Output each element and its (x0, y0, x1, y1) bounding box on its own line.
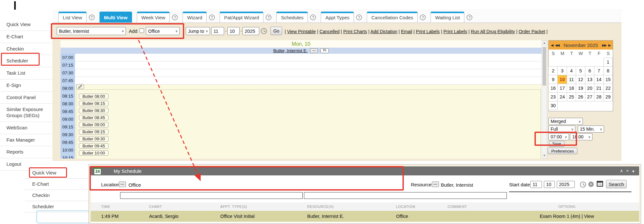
help-icon[interactable]: ? (266, 14, 271, 20)
calendar-date-13[interactable]: 13 (585, 75, 594, 84)
appointment-chip[interactable]: Butler 09:15 (79, 129, 109, 135)
link-add-dictation-3[interactable]: Add Dictation (370, 29, 397, 34)
appointment-chip[interactable]: Butler 08:15 (79, 101, 109, 106)
appointment-chip[interactable]: Butler 09:45 (79, 143, 109, 149)
calendar-date-21[interactable]: 21 (594, 84, 603, 93)
time-slot[interactable] (75, 69, 542, 77)
link-email-4[interactable]: Email (401, 29, 412, 34)
help-icon[interactable]: ? (310, 14, 316, 20)
calendar-date-5[interactable]: 5 (576, 66, 585, 75)
time-slot[interactable] (75, 61, 542, 69)
calendar-date-4[interactable]: 4 (567, 66, 576, 75)
tab-pat-appt-wizard[interactable]: Pat/Appt Wizard (220, 12, 263, 23)
help-icon[interactable]: ? (209, 14, 215, 20)
fb-button[interactable]: f/b (320, 48, 329, 53)
sidebar-item-task-list[interactable]: Task List (0, 67, 52, 79)
move-icon[interactable]: + (632, 168, 635, 174)
calendar-date-15[interactable]: 15 (603, 75, 613, 84)
calendar-date-28[interactable]: 28 (594, 92, 603, 101)
calendar-date-16[interactable]: 16 (548, 84, 558, 93)
appointment-chip[interactable]: Butler 08:45 (79, 115, 109, 120)
collapse-resource-button[interactable]: — (432, 182, 439, 187)
zoom-mode-select[interactable]: Full ∨ (548, 126, 575, 133)
day-input[interactable]: 10 (227, 27, 240, 35)
sidebar-item-quick-view[interactable]: Quick View (0, 19, 52, 31)
help-icon[interactable]: ? (356, 14, 362, 20)
tab-week-view[interactable]: Week View (137, 12, 170, 23)
sidebar-item-checkin[interactable]: Checkin (25, 190, 89, 201)
appointment-chip[interactable]: Butler 08:30 (79, 108, 109, 113)
clear-date-icon[interactable]: × (588, 182, 594, 187)
time-slot[interactable] (75, 77, 542, 85)
calendar-date-26[interactable]: 26 (576, 92, 585, 101)
tab-waiting-list[interactable]: Waiting List (431, 12, 464, 23)
go-button[interactable]: Go (270, 27, 282, 35)
link-order-packet-8[interactable]: Order Packet (519, 29, 545, 34)
link-run-all-drug-eligibility-7[interactable]: Run All Drug Eligibility (471, 29, 515, 34)
sidebar-item-e-sign[interactable]: E-Sign (0, 79, 52, 92)
jump-to-select[interactable]: Jump to ∨ (186, 27, 210, 35)
prev-year-icon[interactable]: ◀ (551, 43, 553, 47)
location-select[interactable]: Office ∨ (146, 27, 180, 35)
scroll-down-icon[interactable]: ▼ (542, 153, 547, 158)
sidebar-item-similar-exposure-groups-segs[interactable]: Similar Exposure Groups (SEGs) (0, 104, 52, 122)
help-icon[interactable]: ? (467, 14, 472, 20)
scroll-up-icon[interactable]: ▲ (542, 41, 547, 46)
start-year-input[interactable]: 2025 (557, 181, 575, 188)
calendar-date-1[interactable]: 1 (603, 58, 613, 67)
sidebar-item-scheduler[interactable]: Scheduler (0, 55, 52, 67)
provider-select[interactable]: Butler, Internist ∨ (57, 27, 126, 35)
calendar-date-3[interactable]: 3 (557, 66, 567, 75)
window-title-bar[interactable]: 24 My Schedule ∧ × + (91, 166, 639, 175)
calendar-date-11[interactable]: 11 (567, 75, 576, 84)
calendar-date-20[interactable]: 20 (585, 84, 594, 93)
resource-list-box[interactable] (304, 192, 507, 199)
appointment-chip[interactable]: Butler 10:00 (79, 150, 109, 156)
scrollbar-thumb[interactable] (543, 47, 546, 86)
appointment-chip[interactable]: Butler 09:30 (79, 136, 109, 142)
calendar-date-22[interactable]: 22 (603, 84, 613, 93)
close-icon[interactable]: × (626, 168, 629, 174)
sidebar-item-quick-view[interactable]: Quick View (25, 167, 89, 179)
preferences-button[interactable]: Preferences (548, 148, 577, 154)
tab-multi-view[interactable]: Multi View (99, 12, 132, 23)
merge-mode-select[interactable]: Merged ∨ (548, 118, 583, 125)
calendar-date-17[interactable]: 17 (557, 84, 567, 93)
sidebar-item-checkin[interactable]: Checkin (0, 43, 52, 55)
calendar-date-6[interactable]: 6 (585, 66, 594, 75)
interval-select[interactable]: 15 Min. ∨ (578, 126, 604, 133)
calendar-date-30[interactable]: 30 (548, 101, 558, 110)
calendar-date-23[interactable]: 23 (548, 92, 558, 101)
start-day-input[interactable]: 10 (544, 181, 555, 188)
collapse-location-button[interactable]: — (119, 182, 126, 187)
month-input[interactable]: 11 (211, 27, 224, 35)
help-icon[interactable]: ? (89, 14, 95, 20)
calendar-date-8[interactable]: 8 (603, 66, 613, 75)
time-slot[interactable] (75, 54, 542, 61)
link-print-labels-5[interactable]: Print Labels (416, 29, 440, 34)
tab-list-view[interactable]: List View (58, 12, 87, 23)
appointment-chip[interactable]: Butler 08:00 (79, 94, 109, 99)
appointment-chip[interactable]: Butler 09:00 (79, 122, 109, 127)
year-input[interactable]: 2025 (242, 27, 259, 35)
tab-cancellation-codes[interactable]: Cancellation Codes (367, 12, 418, 23)
calendar-date-24[interactable]: 24 (557, 92, 567, 101)
save-button[interactable]: Save (549, 141, 564, 147)
calendar-date-12[interactable]: 12 (576, 75, 585, 84)
collapse-icon[interactable]: ∧ (620, 168, 623, 174)
link-print-labels-6[interactable]: Print Labels (443, 29, 467, 34)
search-button[interactable]: Search (606, 180, 627, 188)
start-month-input[interactable]: 11 (530, 181, 542, 188)
calendar-date-29[interactable]: 29 (603, 92, 613, 101)
collapse-resource-button[interactable]: — (310, 48, 318, 53)
calendar-date-19[interactable]: 19 (576, 84, 585, 93)
tab-wizard[interactable]: Wizard (183, 12, 207, 23)
tab-schedules[interactable]: Schedules (276, 12, 308, 23)
link-cancelled-1[interactable]: Cancelled (319, 29, 339, 34)
calendar-date-10[interactable]: 10 (557, 75, 567, 84)
calendar-date-2[interactable]: 2 (548, 66, 558, 75)
calendar-date-25[interactable]: 25 (567, 92, 576, 101)
calendar-date-27[interactable]: 27 (585, 92, 594, 101)
location-list-box[interactable] (120, 192, 303, 199)
link-view-printable-0[interactable]: View Printable (287, 29, 316, 34)
